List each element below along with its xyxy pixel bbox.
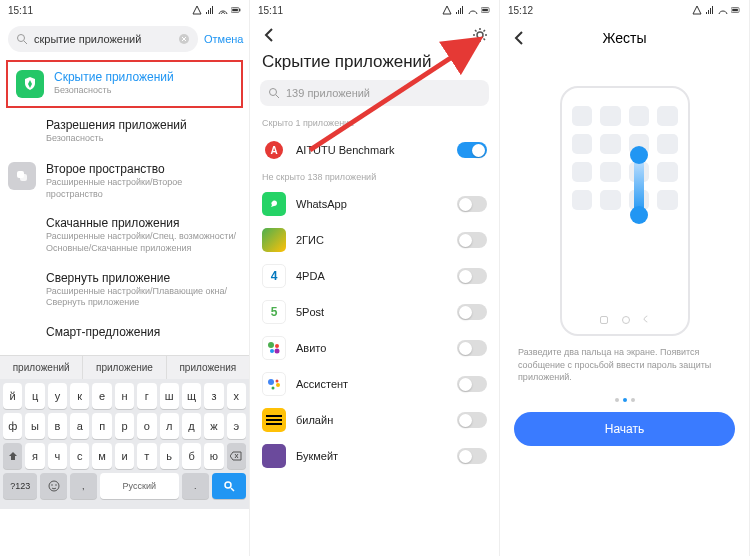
toggle-switch[interactable] [457,196,487,212]
cancel-button[interactable]: Отмена [204,33,243,45]
search-key[interactable] [212,473,246,499]
search-field[interactable] [8,26,198,52]
key[interactable]: ж [204,413,223,439]
key[interactable]: ф [3,413,22,439]
svg-point-9 [55,484,57,486]
status-icons [192,5,241,15]
toggle-switch[interactable] [457,304,487,320]
back-icon[interactable] [510,29,528,47]
key[interactable]: й [3,383,22,409]
toggle-switch[interactable] [457,412,487,428]
svg-text:A: A [270,145,277,156]
search-field[interactable]: 139 приложений [260,80,489,106]
toggle-switch[interactable] [457,376,487,392]
back-icon[interactable] [260,26,278,44]
period-key[interactable]: . [182,473,209,499]
result-row[interactable]: Скрытие приложений Безопасность [8,62,241,106]
key[interactable]: щ [182,383,201,409]
result-row[interactable]: Свернуть приложение Расширенные настройк… [0,263,249,317]
suggestion[interactable]: приложение [83,356,166,379]
app-row[interactable]: 5 5Post [250,294,499,330]
toggle-switch[interactable] [457,340,487,356]
status-bar: 15:12 [500,0,749,20]
key[interactable]: б [182,443,201,469]
toggle-switch[interactable] [457,142,487,158]
key[interactable]: и [115,443,134,469]
keyboard[interactable]: йцукенгшщзх фывапролджэ ячсмитьбю ?123 ,… [0,379,249,509]
page-title: Скрытие приложений [250,50,499,80]
toggle-switch[interactable] [457,448,487,464]
key[interactable]: ч [48,443,67,469]
key[interactable]: е [92,383,111,409]
page-indicator [500,384,749,406]
app-row[interactable]: билайн [250,402,499,438]
key[interactable]: л [160,413,179,439]
emoji-key[interactable] [40,473,67,499]
app-name: WhatsApp [296,198,447,210]
start-button[interactable]: Начать [514,412,735,446]
key[interactable]: ш [160,383,179,409]
clear-icon[interactable] [178,33,190,45]
key[interactable]: а [70,413,89,439]
section-header: Скрыто 1 приложение [250,114,499,132]
key[interactable]: з [204,383,223,409]
key[interactable]: в [48,413,67,439]
key[interactable]: ы [25,413,44,439]
panel-search-settings: 15:11 Отмена Скрытие приложений Безопасн… [0,0,250,556]
key[interactable]: м [92,443,111,469]
keyboard-suggestions: приложений приложение приложения [0,355,249,379]
svg-rect-28 [732,9,738,12]
suggestion[interactable]: приложения [167,356,249,379]
key[interactable]: х [227,383,246,409]
result-row[interactable]: Скачанные приложения Расширенные настрой… [0,208,249,262]
result-title: Второе пространство [46,162,241,176]
toggle-switch[interactable] [457,268,487,284]
suggestion[interactable]: приложений [0,356,83,379]
key[interactable]: с [70,443,89,469]
key[interactable]: д [182,413,201,439]
app-row[interactable]: Букмейт [250,438,499,474]
key[interactable]: я [25,443,44,469]
section-header: Не скрыто 138 приложений [250,168,499,186]
key[interactable]: ю [204,443,223,469]
svg-point-3 [18,35,25,42]
numeric-key[interactable]: ?123 [3,473,37,499]
2gis-icon [262,228,286,252]
result-row[interactable]: Смарт-предложения [0,317,249,355]
key[interactable]: р [115,413,134,439]
app-row[interactable]: 4 4PDA [250,258,499,294]
svg-point-22 [268,379,274,385]
toggle-switch[interactable] [457,232,487,248]
key[interactable]: г [137,383,156,409]
backspace-key[interactable] [227,443,246,469]
result-title: Свернуть приложение [46,271,241,285]
4pda-icon: 4 [262,264,286,288]
key[interactable]: п [92,413,111,439]
status-bar: 15:11 [0,0,249,20]
beeline-icon [262,408,286,432]
comma-key[interactable]: , [70,473,97,499]
gesture-hint: Разведите два пальца на экране. Появится… [500,336,749,384]
space-key[interactable]: Русский [100,473,180,499]
app-row[interactable]: A AITUTU Benchmark [250,132,499,168]
assistant-icon [262,372,286,396]
key[interactable]: т [137,443,156,469]
app-icon: A [262,138,286,162]
app-row[interactable]: WhatsApp [250,186,499,222]
app-name: 4PDA [296,270,447,282]
result-row[interactable]: Второе пространство Расширенные настройк… [0,154,249,208]
app-row[interactable]: Ассистент [250,366,499,402]
app-row[interactable]: Авито [250,330,499,366]
shift-key[interactable] [3,443,22,469]
app-row[interactable]: 2ГИС [250,222,499,258]
result-row[interactable]: Разрешения приложений Безопасность [0,110,249,154]
key[interactable]: э [227,413,246,439]
settings-gear-icon[interactable] [471,26,489,44]
key[interactable]: н [115,383,134,409]
key[interactable]: у [48,383,67,409]
key[interactable]: ь [160,443,179,469]
key[interactable]: к [70,383,89,409]
key[interactable]: о [137,413,156,439]
key[interactable]: ц [25,383,44,409]
search-input[interactable] [34,33,172,45]
